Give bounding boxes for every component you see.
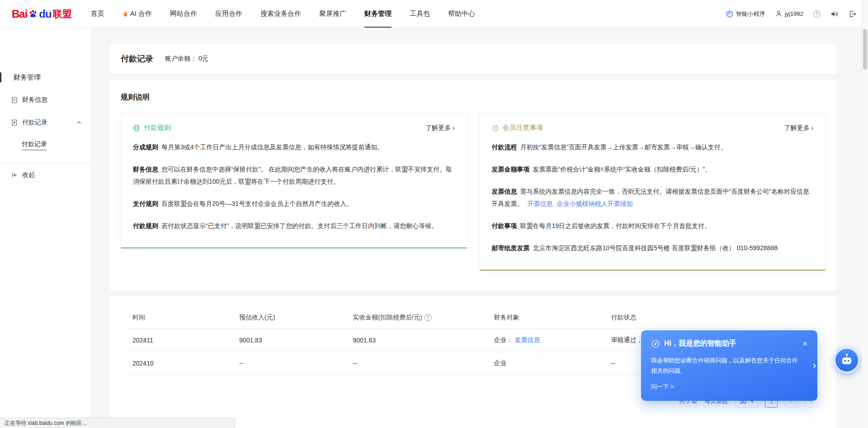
balance-value: 0元 xyxy=(198,55,208,63)
assistant-robot-button[interactable] xyxy=(834,347,860,373)
nav-label: 首页 xyxy=(91,10,104,18)
user-icon xyxy=(775,10,782,17)
col-header-actual: 实收金额(扣除税费后/元)? xyxy=(349,307,490,329)
robot-icon xyxy=(839,352,854,368)
nav-item-help[interactable]: 帮助中心 xyxy=(448,0,475,28)
logout-icon[interactable] xyxy=(849,10,856,18)
mini-program-link[interactable]: 智能小程序 xyxy=(726,10,765,18)
sidebar-item-label: 付款记录 xyxy=(22,119,47,127)
nav-label: 聚屏推广 xyxy=(319,10,346,18)
info-question-icon[interactable]: ? xyxy=(425,314,432,321)
logo-text-du: du xyxy=(39,8,51,20)
nav-item-website[interactable]: 网站合作 xyxy=(170,0,197,28)
document-icon xyxy=(11,96,18,104)
vertical-scrollbar[interactable] xyxy=(862,0,868,428)
rule-item: 邮寄纸质发票北京市海淀区西北旺东路10号院百度科技园5号楼 百度联盟财务组（收）… xyxy=(492,242,814,254)
page-title: 付款记录 xyxy=(121,53,153,64)
cell-value: -- xyxy=(239,360,243,367)
baidu-union-logo[interactable]: Bai du 联盟 xyxy=(12,8,72,20)
sidebar: 财务管理 财务信息 付款记录 付款记录 收起 xyxy=(0,28,90,428)
col-header-label: 财务对象 xyxy=(494,314,519,321)
rule-text: 若付款状态显示“已支付”，说明联盟已安排了您的付款。支付后三个工作日内到帐，请您… xyxy=(161,222,438,229)
col-header-label: 实收金额(扣除税费后/元) xyxy=(353,314,422,322)
cell-time: 202410 xyxy=(129,352,236,375)
nav-label: 搜索业务合作 xyxy=(260,10,301,18)
cell-value: -- xyxy=(353,360,357,367)
invoice-info-cell-link[interactable]: 发票信息 xyxy=(514,336,540,343)
rule-item: 支付规则百度联盟会在每月20号—31号支付企业会员上个自然月产生的收入。 xyxy=(133,198,455,210)
flame-icon xyxy=(123,10,128,18)
cell-entity: 企业： 发票信息 xyxy=(491,329,608,352)
col-header-label: 预估收入(元) xyxy=(239,314,275,321)
rule-item: 付款流程月初按“发票信息”页面开具发票→上传发票→邮寄发票→审核→确认支付。 xyxy=(492,141,814,153)
panel-title-label: 会员注意事项 xyxy=(503,124,543,132)
sidebar-item-finance-info[interactable]: 财务信息 xyxy=(0,89,90,111)
sidebar-collapse-button[interactable]: 收起 xyxy=(0,163,90,186)
rule-label: 付款流程 xyxy=(492,143,517,151)
sidebar-item-payment-record[interactable]: 付款记录 xyxy=(0,111,90,134)
more-label: 了解更多 xyxy=(784,124,810,132)
rule-item: 发票金额事项发票票面“价税合计”金额=系统中“实收金额（扣除税费后/元）”。 xyxy=(492,163,814,176)
scrollbar-thumb[interactable] xyxy=(863,29,867,70)
cell-value: 202410 xyxy=(132,360,154,367)
panel-title-label: 付款规则 xyxy=(144,124,171,132)
cell-value: 审核通过， xyxy=(611,336,642,343)
more-label: 了解更多 xyxy=(425,124,451,132)
cell-value: 9001.83 xyxy=(239,337,262,344)
nav-item-finance[interactable]: 财务管理 xyxy=(364,0,392,28)
invoice-info-link[interactable]: 开票信息 xyxy=(528,200,553,207)
rule-label: 发票金额事项 xyxy=(492,166,530,173)
rule-text: 发票票面“价税合计”金额=系统中“实收金额（扣除税费后/元）”。 xyxy=(533,166,712,173)
user-account[interactable]: jyj1992 xyxy=(775,10,803,17)
nav-item-search-biz[interactable]: 搜索业务合作 xyxy=(260,0,301,28)
rules-title: 规则说明 xyxy=(121,93,826,102)
speaker-icon[interactable] xyxy=(830,10,839,18)
assistant-title: Hi，我是您的智能助手 xyxy=(664,339,736,348)
payment-rules-more-link[interactable]: 了解更多 › xyxy=(425,124,454,132)
rule-label: 支付规则 xyxy=(133,200,158,207)
payment-rules-panel-title: 付款规则 xyxy=(133,124,171,132)
cell-estimated: -- xyxy=(236,352,349,375)
rule-item: 财务信息您可以在财务信息中选择“保留付款”。 在此期间您产生的收入将在账户内进行… xyxy=(133,163,455,188)
nav-item-ai[interactable]: AI 合作 xyxy=(123,0,152,28)
close-icon[interactable]: × xyxy=(802,339,807,348)
nav-label: 帮助中心 xyxy=(448,10,475,18)
small-taxpayer-notice-link[interactable]: 企业小规模纳税人开票须知 xyxy=(557,200,633,207)
rule-label: 分成规则 xyxy=(133,143,158,151)
nav-label: 工具包 xyxy=(410,10,430,18)
cell-value: 企业： xyxy=(494,336,513,343)
alarm-clock-icon xyxy=(492,124,499,132)
globe-icon xyxy=(133,124,140,132)
nav-item-app[interactable]: 应用合作 xyxy=(215,0,242,28)
nav-item-toolkit[interactable]: 工具包 xyxy=(410,0,430,28)
nav-item-juping[interactable]: 聚屏推广 xyxy=(319,0,346,28)
nav-item-home[interactable]: 首页 xyxy=(91,0,104,28)
paw-icon xyxy=(28,9,38,19)
rule-text: 每月第3或4个工作日产出上月分成信息及发票信息，如有特殊情况将提前通知。 xyxy=(161,143,384,151)
logo-text-bai: Bai xyxy=(12,8,27,20)
balance-label: 账户余额： xyxy=(165,55,197,63)
col-header-status: 付款状态 xyxy=(607,307,817,329)
sidebar-title-finance-management[interactable]: 财务管理 xyxy=(0,66,90,89)
help-question-icon[interactable]: ? xyxy=(813,10,821,18)
member-notice-more-link[interactable]: 了解更多 › xyxy=(784,124,813,132)
popup-right-chevron-icon[interactable]: › xyxy=(813,360,816,371)
nav-label: 财务管理 xyxy=(364,10,392,18)
ask-now-link[interactable]: 问一下 > xyxy=(651,383,674,391)
collapse-icon xyxy=(11,171,18,179)
rule-label: 付款规则 xyxy=(133,222,158,229)
sidebar-subitem-payment-record[interactable]: 付款记录 xyxy=(0,134,90,157)
navbar-right: 智能小程序 jyj1992 ? xyxy=(726,10,856,18)
top-navbar: Bai du 联盟 首页 AI 合作 网站合作 应用合作 搜索业务合作 聚屏推广… xyxy=(0,0,868,28)
cell-entity: 企业 xyxy=(491,352,608,375)
rule-text: 百度联盟会在每月20号—31号支付企业会员上个自然月产生的收入。 xyxy=(161,200,353,207)
rule-item: 分成规则每月第3或4个工作日产出上月分成信息及发票信息，如有特殊情况将提前通知。 xyxy=(133,141,455,153)
collapse-label: 收起 xyxy=(22,171,35,179)
rule-label: 财务信息 xyxy=(133,166,158,173)
main-nav: 首页 AI 合作 网站合作 应用合作 搜索业务合作 聚屏推广 财务管理 工具包 … xyxy=(91,0,475,28)
cell-time: 202411 xyxy=(129,329,236,352)
rule-item: 付款规则若付款状态显示“已支付”，说明联盟已安排了您的付款。支付后三个工作日内到… xyxy=(133,220,455,232)
sidebar-item-label: 财务信息 xyxy=(22,96,47,104)
rules-panels: 付款规则 了解更多 › 分成规则每月第3或4个工作日产出上月分成信息及发票信息，… xyxy=(121,113,826,271)
col-header-estimated: 预估收入(元) xyxy=(236,307,349,329)
